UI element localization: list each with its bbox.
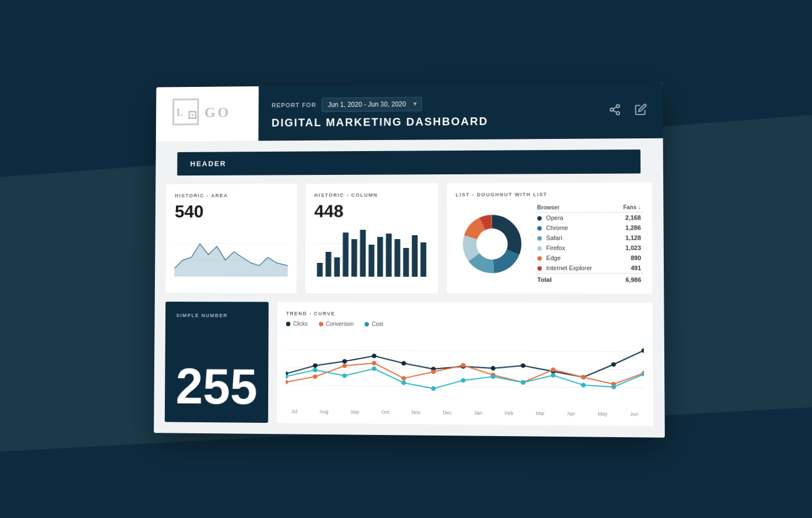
- svg-rect-18: [342, 232, 348, 277]
- legend-item: Cost: [365, 320, 383, 327]
- date-range-select[interactable]: Jun 1, 2020 - Jun 30, 2020: [322, 96, 423, 111]
- svg-point-45: [491, 366, 496, 370]
- browser-col-header: Browser: [535, 203, 613, 213]
- svg-point-68: [402, 380, 407, 385]
- historic-area-value: 540: [175, 201, 288, 221]
- svg-point-66: [342, 373, 347, 377]
- simple-number-value: 255: [176, 361, 258, 412]
- x-axis-label: Feb: [504, 410, 513, 416]
- legend-label: Cost: [372, 320, 383, 327]
- browser-name: Safari: [535, 232, 614, 242]
- svg-point-54: [372, 361, 377, 365]
- simple-number-card: SIMPLE NUMBER 255: [165, 302, 269, 423]
- bottom-row: SIMPLE NUMBER 255 TREND - CURVE Clicks C…: [165, 302, 653, 426]
- historic-area-card: HISTORIC - AREA 540: [165, 184, 296, 293]
- list-doughnut-title: LIST - DOUGHNUT WITH LIST: [456, 191, 643, 197]
- historic-area-title: HISTORIC - AREA: [175, 192, 288, 198]
- svg-rect-15: [317, 262, 322, 276]
- browser-dot-icon: [537, 216, 542, 220]
- x-axis-label: Dec: [443, 410, 451, 415]
- table-row: Internet Explorer 491: [535, 263, 643, 273]
- svg-point-5: [610, 107, 613, 111]
- svg-point-72: [520, 380, 525, 384]
- x-axis-label: Apr: [567, 411, 575, 416]
- share-button[interactable]: [606, 101, 623, 120]
- svg-point-39: [313, 363, 318, 367]
- historic-column-card: HISTORIC - COLUMN 448: [305, 183, 438, 293]
- x-axis-label: Jun: [630, 411, 638, 417]
- table-row: Safari 1,128: [535, 232, 643, 242]
- svg-rect-17: [334, 257, 340, 277]
- header-actions: [593, 82, 663, 138]
- svg-rect-26: [412, 235, 417, 277]
- browser-fans: 2,168: [613, 212, 643, 222]
- trend-title: TREND - CURVE: [286, 310, 644, 317]
- x-axis-label: Sep: [351, 409, 360, 415]
- sort-icon[interactable]: ↓: [638, 204, 641, 210]
- legend-item: Clicks: [286, 320, 308, 327]
- browser-dot-icon: [537, 236, 542, 240]
- charts-row: HISTORIC - AREA 540 HISTOR: [165, 182, 652, 293]
- svg-point-52: [313, 374, 317, 379]
- legend-dot-icon: [286, 321, 290, 325]
- edit-button[interactable]: [632, 101, 649, 120]
- svg-point-55: [402, 376, 407, 380]
- trend-chart: [286, 332, 644, 407]
- browser-fans: 1,286: [613, 222, 643, 232]
- svg-rect-22: [377, 237, 383, 277]
- browser-fans: 491: [614, 263, 643, 273]
- browser-dot-icon: [537, 266, 542, 271]
- table-row: Opera 2,168: [535, 212, 643, 222]
- browser-name: Chrome: [535, 222, 614, 232]
- svg-text:L: L: [176, 106, 185, 117]
- svg-point-61: [581, 375, 586, 379]
- svg-rect-16: [325, 252, 331, 277]
- svg-line-35: [286, 350, 644, 351]
- report-for-row: REPORT FOR Jun 1, 2020 - Jun 30, 2020 ▼: [272, 95, 580, 112]
- browser-dot-icon: [537, 226, 542, 230]
- fans-col-header: Fans ↓: [613, 202, 643, 212]
- browser-table: Browser Fans ↓: [535, 202, 643, 284]
- svg-rect-21: [368, 245, 374, 277]
- legend-dot-icon: [319, 322, 323, 326]
- logo-section: L ⊡ GO: [156, 86, 259, 141]
- svg-text:⊡: ⊡: [187, 108, 199, 121]
- svg-rect-20: [360, 230, 366, 277]
- report-for-label: REPORT FOR: [272, 101, 316, 108]
- svg-rect-23: [386, 234, 392, 277]
- page-wrapper: L ⊡ GO REPORT FOR Jun 1, 2020 - Jun 30, …: [0, 0, 812, 518]
- svg-point-74: [581, 382, 586, 387]
- doughnut-chart: [456, 210, 528, 277]
- x-axis-label: Jan: [474, 410, 482, 415]
- svg-point-49: [611, 362, 616, 366]
- svg-point-42: [402, 361, 407, 365]
- legend-item: Conversion: [319, 320, 353, 327]
- browser-dot-icon: [537, 256, 542, 261]
- x-axis-label: Nov: [412, 410, 420, 415]
- table-row: Edge 890: [535, 252, 643, 262]
- x-axis-label: Aug: [320, 408, 329, 414]
- dashboard-card: L ⊡ GO REPORT FOR Jun 1, 2020 - Jun 30, …: [154, 82, 665, 437]
- svg-text:GO: GO: [205, 104, 231, 120]
- legend-dot-icon: [365, 322, 369, 326]
- date-range-wrapper[interactable]: Jun 1, 2020 - Jun 30, 2020 ▼: [322, 96, 423, 111]
- x-axis-label: Oct: [382, 409, 389, 415]
- trend-card: TREND - CURVE Clicks Conversion Cost: [277, 302, 654, 426]
- simple-number-title: SIMPLE NUMBER: [176, 312, 258, 318]
- legend-label: Conversion: [326, 320, 353, 327]
- svg-point-46: [520, 363, 525, 367]
- total-value: 6,986: [614, 273, 643, 284]
- svg-point-70: [461, 378, 466, 382]
- section-header: HEADER: [177, 149, 641, 175]
- browser-fans: 1,023: [614, 242, 643, 252]
- total-label: Total: [535, 273, 614, 284]
- svg-point-53: [342, 363, 347, 367]
- x-axis-label: Jul: [291, 408, 297, 414]
- svg-point-51: [286, 380, 288, 384]
- svg-point-67: [372, 366, 377, 371]
- svg-point-73: [551, 373, 556, 377]
- svg-line-7: [613, 110, 616, 112]
- dashboard-title: DIGITAL MARKETING DASHBOARD: [272, 114, 580, 129]
- historic-column-chart: [314, 226, 429, 276]
- browser-dot-icon: [537, 246, 542, 250]
